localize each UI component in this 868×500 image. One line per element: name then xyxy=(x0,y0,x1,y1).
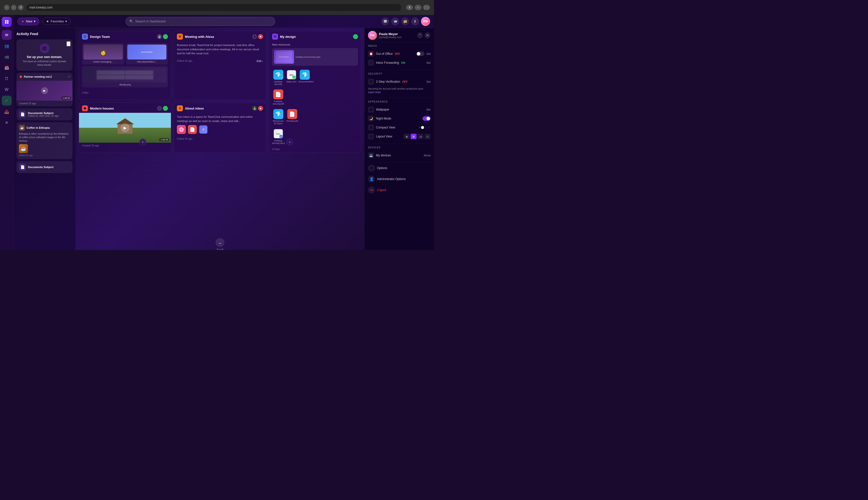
wallpaper-label: Wallpaper xyxy=(376,108,390,111)
doc-icon-2: 📄 xyxy=(19,163,26,171)
layout-btn-1[interactable]: ▣ xyxy=(404,134,409,139)
options-icon: ⚙ xyxy=(368,164,375,172)
upload-button[interactable]: ⬆ xyxy=(411,18,419,25)
file-icon-resources[interactable]: 💎 Resources for Epos xyxy=(272,109,284,125)
sidebar-item-word[interactable]: W xyxy=(2,85,12,95)
devices-section: DEVICES 💻 My devices Show xyxy=(364,144,434,162)
file-icon-preview-pdf[interactable]: 📄 Preview.pdf xyxy=(286,109,298,125)
sidebar-logo[interactable] xyxy=(2,17,12,27)
edit-link[interactable]: Edit › xyxy=(257,59,263,62)
file-item-1[interactable]: 👩 Instant messaging... xyxy=(82,43,124,65)
doc-info: Documents Subject Edited by John Doe, 2h… xyxy=(28,112,70,117)
user-avatar[interactable]: PM xyxy=(421,17,430,26)
files-button[interactable]: 📁 xyxy=(401,18,409,25)
sidebar-item-mail[interactable]: ✉ xyxy=(2,30,12,40)
sidebar-item-video[interactable]: 📹 xyxy=(2,52,12,62)
layout-btn-3[interactable]: ▤ xyxy=(418,134,424,139)
chat-button[interactable]: 💬 xyxy=(381,18,389,25)
domain-setup-close[interactable]: ✕ xyxy=(67,41,70,46)
sidebar-item-tools[interactable]: ✕ xyxy=(2,117,12,127)
two-step-set-btn[interactable]: Set xyxy=(426,80,430,83)
sidebar-item-check[interactable]: ✓ xyxy=(2,95,12,105)
learn-more-link[interactable]: Learn more xyxy=(368,91,381,94)
card-title-row: D Design Team xyxy=(82,34,110,39)
admin-options-row[interactable]: 👤 Administrator Options xyxy=(364,173,434,184)
my-devices-icon: 💻 xyxy=(368,152,374,158)
security-desc: Securing the account with another protec… xyxy=(368,86,430,95)
coffee-text: Ethiopia is often considered as the birt… xyxy=(19,132,70,143)
scroll-arrow[interactable]: ⌄ xyxy=(215,238,225,247)
sidebar-item-calendar[interactable]: 📅 xyxy=(2,63,12,73)
panel-close-btn[interactable]: ✕ xyxy=(425,32,430,38)
file-item-2[interactable]: placeholder New placeholder f... xyxy=(126,43,168,65)
file-name-2: New placeholder f... xyxy=(137,60,157,63)
address-bar-url: mail.icewarp.com xyxy=(30,6,53,9)
layout-btn-4[interactable]: ⊟ xyxy=(425,134,430,139)
video-title: ⏺ Partner meeting vol.2 xyxy=(19,75,52,79)
inbox-forwarding-set-btn[interactable]: Set xyxy=(426,61,430,64)
file-icon-sales[interactable]: xlsx S Sales.xlsx xyxy=(286,70,297,86)
file-item-3[interactable]: Identity.png xyxy=(82,66,168,88)
video-header: ⏺ Partner meeting vol.2 ↗ xyxy=(16,73,72,81)
back-button[interactable]: ‹ xyxy=(4,5,10,10)
message-button[interactable]: 📨 xyxy=(391,18,399,25)
scroll-indicator: ⌄ Scroll xyxy=(215,238,225,250)
about-file-3[interactable]: D xyxy=(199,125,208,134)
sidebar-item-inbox[interactable]: 📥 xyxy=(2,106,12,116)
wallpaper-set-btn[interactable]: Set xyxy=(426,108,430,111)
coffee-image: ☕ xyxy=(19,144,28,153)
out-of-office-toggle[interactable] xyxy=(416,52,424,56)
sales-icon: xlsx S xyxy=(286,70,296,80)
compact-view-icon: ⊞ xyxy=(368,125,374,130)
new-resources-label: New resources xyxy=(272,43,358,46)
sidebar-item-notes[interactable]: 🗒 xyxy=(2,74,12,84)
pptx-preview[interactable]: Presentation IceWarp Documents.pptx xyxy=(272,48,358,66)
new-button[interactable]: ＋ New ▾ xyxy=(18,18,40,25)
doc-info-2: Documents Subject xyxy=(28,166,70,169)
sidebar-icons: ✉ 👥 📹 📅 🗒 W ✓ 📥 ✕ xyxy=(0,15,13,250)
resources-label: Resources for Epos xyxy=(272,120,284,125)
toggle-knob xyxy=(417,52,420,56)
video-thumbnail: ▶ 1:46:29 xyxy=(16,81,72,101)
nav-arrow-right[interactable]: › xyxy=(286,138,293,145)
about-file-2[interactable]: 📄 xyxy=(188,125,197,134)
video-play-btn[interactable]: ▶ xyxy=(41,87,48,94)
grid-button[interactable]: ⋮⋮ xyxy=(423,5,430,10)
layout-btn-2[interactable]: ⊞ xyxy=(410,134,417,139)
forward-button[interactable]: › xyxy=(11,5,16,10)
address-bar[interactable]: mail.icewarp.com xyxy=(26,4,401,11)
panel-expand[interactable]: ⌃ xyxy=(417,32,423,38)
modern-houses-play-btn[interactable]: ▶ xyxy=(121,123,129,132)
new-tab-button[interactable]: ＋ xyxy=(415,5,421,10)
out-of-office-set-btn[interactable]: Set xyxy=(426,52,430,55)
file-icon-icewarp-security[interactable]: 💎 IceWarp security xyxy=(272,70,284,86)
my-devices-show-btn[interactable]: Show xyxy=(424,154,430,157)
refresh-button[interactable]: ↺ xyxy=(18,5,23,10)
about-inbox-text: Your inbox is a space for TeamChat commu… xyxy=(177,115,263,123)
browser-nav: ‹ › ↺ xyxy=(4,5,23,10)
about-inbox-title: About inbox xyxy=(185,106,204,110)
my-design-card: M My design New resources Presentation xyxy=(269,31,361,153)
dashboard-grid: D Design Team 🔒 👩 Instant messa xyxy=(76,28,364,158)
favorites-button[interactable]: ★ Favorites ▾ xyxy=(42,18,71,25)
file-icon-documentation[interactable]: 💎 Documentation xyxy=(298,70,311,86)
inbox-forwarding-row: ↩ Inbox Forwarding ON Set xyxy=(368,58,430,67)
video-external-link[interactable]: ↗ xyxy=(68,75,70,78)
meeting-time: Edited 2h ago xyxy=(177,59,192,62)
options-label: Options xyxy=(377,166,387,170)
about-file-1[interactable]: 🌸 xyxy=(177,125,186,134)
lock-badge: 🔒 xyxy=(157,34,162,39)
two-step-label: 2-Step Verification xyxy=(376,80,400,83)
share-button[interactable]: ⬆ xyxy=(406,5,413,10)
nav-arrow-left[interactable]: ‹ xyxy=(139,138,146,145)
about-lock-badge: 🔒 xyxy=(252,106,257,111)
logout-row[interactable]: ↪ Logout xyxy=(364,184,434,195)
out-of-office-status: OFF xyxy=(395,52,400,55)
file-icon-security-pdf[interactable]: 📄 IceWarp security.pdf xyxy=(272,89,284,105)
night-mode-toggle[interactable] xyxy=(422,116,430,121)
sidebar-item-contacts[interactable]: 👥 xyxy=(2,41,12,51)
file-icon-security-docx[interactable]: docx D IceWarp security.docx xyxy=(272,129,284,145)
svg-rect-2 xyxy=(5,22,7,24)
options-row[interactable]: ⚙ Options xyxy=(364,162,434,173)
search-bar[interactable]: 🔍 Search in Dashboard xyxy=(126,17,275,26)
